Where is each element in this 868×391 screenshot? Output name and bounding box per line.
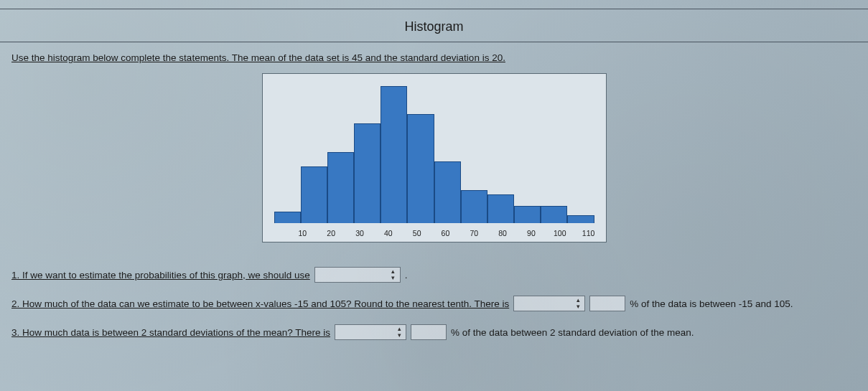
q2-dropdown[interactable]: ▴▾ — [513, 296, 585, 311]
histogram-bar — [301, 166, 327, 223]
q3-text-a: 3. How much data is between 2 standard d… — [11, 327, 330, 338]
updown-icon: ▴▾ — [574, 297, 582, 310]
x-tick-label: 70 — [459, 229, 488, 237]
x-tick-label: 100 — [546, 229, 574, 237]
q2-text-b: % of the data is between -15 and 105. — [630, 298, 793, 309]
q1-text: 1. If we want to estimate the probabilit… — [11, 270, 310, 281]
x-tick-label: 40 — [374, 229, 403, 237]
chart-container: 102030405060708090100110 — [0, 70, 868, 257]
instruction-text: Use the histogram below complete the sta… — [0, 52, 868, 70]
histogram-bar — [487, 194, 514, 223]
histogram-bar — [381, 86, 407, 223]
question-3: 3. How much data is between 2 standard d… — [11, 324, 857, 340]
x-tick-label: 80 — [488, 229, 517, 237]
x-tick-label: 50 — [403, 229, 431, 237]
q1-dropdown[interactable]: ▴▾ — [314, 267, 401, 283]
divider-mid — [0, 42, 868, 42]
page-title: Histogram — [0, 9, 868, 42]
histogram-bar — [354, 123, 381, 223]
q2-number-input[interactable] — [589, 296, 625, 311]
questions-section: 1. If we want to estimate the probabilit… — [0, 257, 868, 356]
x-tick-label: 30 — [345, 229, 374, 237]
histogram-bar — [327, 152, 354, 223]
q2-text-a: 2. How much of the data can we estimate … — [11, 298, 509, 309]
histogram-chart: 102030405060708090100110 — [262, 73, 607, 242]
x-tick-label: 10 — [288, 229, 317, 237]
histogram-bar — [541, 206, 567, 223]
q3-dropdown[interactable]: ▴▾ — [335, 324, 406, 340]
histogram-bar — [514, 206, 541, 223]
updown-icon: ▴▾ — [396, 326, 403, 339]
updown-icon: ▴▾ — [390, 268, 397, 281]
x-tick-label: 90 — [517, 229, 546, 237]
question-1: 1. If we want to estimate the probabilit… — [11, 267, 857, 283]
x-tick-label: 20 — [317, 229, 345, 237]
histogram-bar — [567, 215, 594, 223]
question-2: 2. How much of the data can we estimate … — [11, 296, 857, 311]
q3-text-b: % of the data between 2 standard deviati… — [451, 327, 694, 338]
histogram-bar — [274, 212, 301, 223]
x-tick-label: 110 — [574, 229, 603, 237]
histogram-bar — [407, 114, 434, 223]
q1-period: . — [405, 270, 408, 281]
q3-number-input[interactable] — [411, 324, 447, 340]
x-tick-label: 60 — [431, 229, 460, 237]
histogram-bar — [461, 190, 487, 223]
histogram-bar — [434, 161, 461, 223]
